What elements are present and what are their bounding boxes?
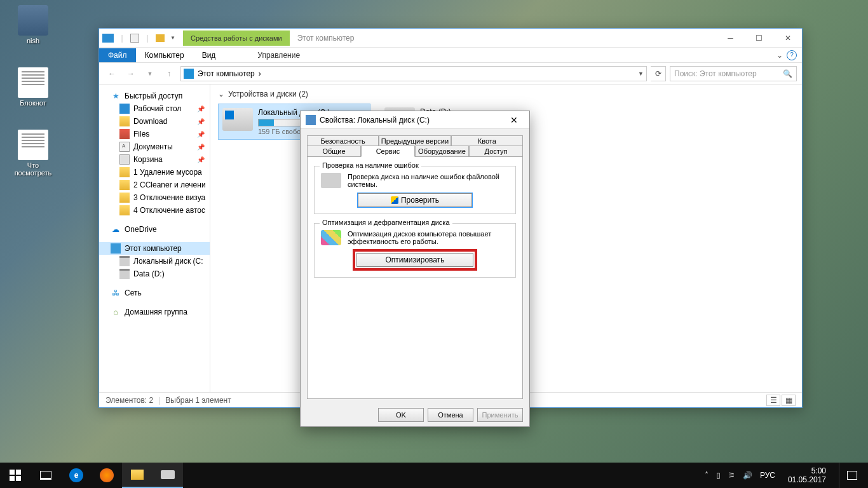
tab-tools[interactable]: Сервис bbox=[361, 146, 415, 157]
taskbar-explorer[interactable] bbox=[122, 463, 153, 488]
refresh-button[interactable]: ⟳ bbox=[651, 66, 666, 81]
pc-icon bbox=[184, 69, 194, 79]
nav-download[interactable]: Download📌 bbox=[99, 115, 210, 128]
taskbar-edge[interactable]: e bbox=[61, 463, 92, 488]
nav-drive-c[interactable]: Локальный диск (C: bbox=[99, 255, 210, 268]
nav-label: Домашняя группа bbox=[125, 308, 187, 316]
nav-folder-4[interactable]: 4 Отключение автос bbox=[99, 204, 210, 217]
search-icon[interactable]: 🔍 bbox=[783, 69, 792, 78]
nav-desktop[interactable]: Рабочий стол📌 bbox=[99, 102, 210, 115]
window-controls: ─ ☐ ✕ bbox=[716, 29, 802, 47]
nav-drive-d[interactable]: Data (D:) bbox=[99, 268, 210, 280]
nav-network[interactable]: 🖧Сеть bbox=[99, 287, 210, 299]
nav-homegroup[interactable]: ⌂Домашняя группа bbox=[99, 306, 210, 318]
tab-sharing[interactable]: Доступ bbox=[469, 146, 523, 157]
pin-icon: 📌 bbox=[197, 156, 205, 163]
nav-label: Download bbox=[133, 117, 167, 126]
nav-label: Документы bbox=[133, 142, 173, 151]
address-field[interactable]: Этот компьютер › ▼ bbox=[180, 66, 647, 81]
tab-manage[interactable]: Управление bbox=[248, 48, 309, 62]
properties-icon[interactable] bbox=[130, 34, 139, 43]
nav-label: 2 CCleaner и лечени bbox=[133, 180, 206, 189]
icon-label: Что посмотреть bbox=[9, 161, 57, 177]
nav-folder-2[interactable]: 2 CCleaner и лечени bbox=[99, 179, 210, 191]
svg-rect-2 bbox=[10, 476, 15, 481]
nav-folder-3[interactable]: 3 Отключение визуа bbox=[99, 191, 210, 204]
dialog-titlebar[interactable]: Свойства: Локальный диск (C:) ✕ bbox=[301, 111, 529, 129]
nav-label: Локальный диск (C: bbox=[133, 257, 203, 266]
nav-this-pc[interactable]: Этот компьютер bbox=[99, 242, 210, 255]
cancel-button[interactable]: Отмена bbox=[428, 408, 473, 422]
desktop-icon-watchlist[interactable]: Что посмотреть bbox=[9, 130, 57, 177]
drive-check-icon bbox=[321, 173, 341, 188]
tab-file[interactable]: Файл bbox=[99, 48, 136, 62]
taskview-button[interactable] bbox=[31, 463, 61, 488]
notification-icon bbox=[847, 471, 857, 480]
back-button[interactable]: ← bbox=[104, 66, 119, 81]
maximize-button[interactable]: ☐ bbox=[745, 29, 773, 47]
ribbon-tabs: Файл Компьютер Вид Управление ⌄ ? bbox=[99, 48, 802, 63]
drive-icon bbox=[119, 256, 130, 266]
dropdown-icon[interactable]: ▼ bbox=[166, 31, 180, 45]
tab-computer[interactable]: Компьютер bbox=[136, 48, 193, 62]
battery-icon[interactable]: ▯ bbox=[716, 471, 721, 480]
close-button[interactable]: ✕ bbox=[773, 29, 802, 47]
tab-security[interactable]: Безопасность bbox=[307, 135, 379, 146]
tab-prev-versions[interactable]: Предыдущие версии bbox=[379, 135, 451, 146]
nav-folder-1[interactable]: 1 Удаление мусора bbox=[99, 166, 210, 179]
taskbar-firefox[interactable] bbox=[92, 463, 122, 488]
folder-icon[interactable] bbox=[156, 34, 165, 42]
check-button[interactable]: Проверить bbox=[358, 193, 472, 207]
tray-chevron-icon[interactable]: ˄ bbox=[705, 471, 709, 480]
clock[interactable]: 5:00 01.05.2017 bbox=[783, 466, 831, 485]
apply-button[interactable]: Применить bbox=[477, 408, 523, 422]
forward-button[interactable]: → bbox=[123, 66, 139, 81]
taskbar: e ˄ ▯ ⚞ 🔊 РУС 5:00 01.05.2017 bbox=[0, 463, 868, 488]
tab-view[interactable]: Вид bbox=[193, 48, 225, 62]
wifi-icon[interactable]: ⚞ bbox=[728, 471, 735, 480]
volume-icon[interactable]: 🔊 bbox=[743, 471, 752, 480]
ok-button[interactable]: OK bbox=[378, 408, 424, 422]
view-large-button[interactable]: ▦ bbox=[782, 395, 796, 406]
group-legend: Проверка на наличие ошибок bbox=[320, 161, 421, 169]
ribbon-collapse-icon[interactable]: ⌄ bbox=[776, 51, 783, 60]
context-tab[interactable]: Средства работы с дисками bbox=[183, 30, 290, 46]
nav-files[interactable]: Files📌 bbox=[99, 128, 210, 140]
pc-icon bbox=[111, 243, 121, 254]
nav-quick-access[interactable]: ★Быстрый доступ bbox=[99, 90, 210, 102]
nav-label: Files bbox=[133, 130, 149, 139]
folder-icon bbox=[18, 5, 48, 36]
search-input[interactable]: Поиск: Этот компьютер 🔍 bbox=[670, 66, 797, 81]
nav-onedrive[interactable]: ☁OneDrive bbox=[99, 223, 210, 236]
folder-icon bbox=[119, 193, 130, 203]
desktop-icon-nish[interactable]: nish bbox=[9, 5, 57, 44]
breadcrumb-item[interactable]: Этот компьютер bbox=[198, 69, 255, 78]
help-icon[interactable]: ? bbox=[787, 50, 797, 60]
language-indicator[interactable]: РУС bbox=[760, 471, 775, 480]
status-items: Элементов: 2 bbox=[105, 396, 153, 405]
tab-hardware[interactable]: Оборудование bbox=[415, 146, 469, 157]
close-button[interactable]: ✕ bbox=[504, 114, 524, 126]
action-center-button[interactable] bbox=[839, 463, 864, 488]
qat: | | ▼ bbox=[99, 31, 183, 45]
system-tray: ˄ ▯ ⚞ 🔊 РУС 5:00 01.05.2017 bbox=[705, 463, 868, 488]
taskbar-drive[interactable] bbox=[153, 463, 183, 488]
nav-recycle[interactable]: Корзина📌 bbox=[99, 153, 210, 166]
address-dropdown-icon[interactable]: ▼ bbox=[638, 71, 644, 77]
optimize-button[interactable]: Оптимизировать bbox=[356, 253, 473, 267]
up-button[interactable]: ↑ bbox=[161, 66, 177, 81]
group-label: Устройства и диски (2) bbox=[228, 90, 308, 98]
minimize-button[interactable]: ─ bbox=[716, 29, 745, 47]
nav-label: Сеть bbox=[125, 288, 142, 297]
titlebar[interactable]: | | ▼ Средства работы с дисками Этот ком… bbox=[99, 29, 802, 48]
start-button[interactable] bbox=[0, 463, 31, 488]
desktop-icon-notepad[interactable]: Блокнот bbox=[9, 67, 57, 107]
view-details-button[interactable]: ☰ bbox=[766, 395, 780, 406]
icon-label: Блокнот bbox=[9, 99, 57, 107]
tab-general[interactable]: Общие bbox=[307, 146, 361, 157]
group-header[interactable]: ⌄ Устройства и диски (2) bbox=[218, 90, 794, 98]
nav-documents[interactable]: Документы📌 bbox=[99, 140, 210, 153]
group-text: Проверка диска на наличие ошибок файлово… bbox=[348, 173, 509, 188]
history-dropdown-icon[interactable]: ▼ bbox=[142, 66, 158, 81]
tab-quota[interactable]: Квота bbox=[451, 135, 523, 146]
